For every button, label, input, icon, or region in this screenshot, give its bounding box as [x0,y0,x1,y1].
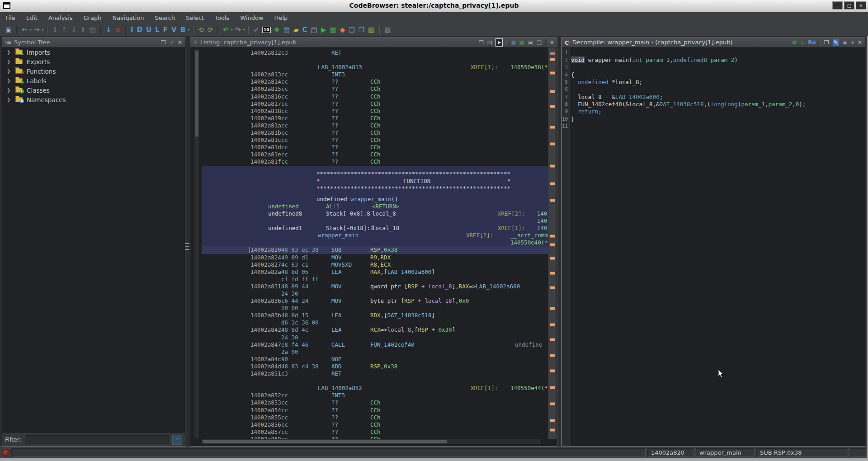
listing-field-bytes[interactable]: cc [281,85,288,93]
memory-map-icon[interactable]: ▦ [88,25,98,35]
open-folder-icon[interactable]: ▰ [292,25,301,35]
listing-row[interactable]: 14002a812c3RET [202,49,548,56]
memory-out-alt-icon[interactable]: ⇑ [78,25,88,35]
listing-field-addr[interactable]: 14002a854 [250,407,281,414]
listing-field-addr[interactable]: 14002a836 [250,297,281,305]
listing-row[interactable]: 14002a82449 89 d1MOVR9,RDX [202,254,548,261]
window-a-icon[interactable]: ❏ [347,25,356,35]
datatype-U-icon[interactable]: U [144,25,153,35]
listing-field-mnem[interactable]: LEA [331,312,342,319]
listing-field-mnem[interactable]: ?? [331,122,338,129]
listing-row[interactable]: undefined wrapper_main() [202,196,548,203]
redo-icon[interactable]: ↷ [233,25,243,35]
listing-row[interactable]: 2a 00 [202,348,548,356]
datatype-I-icon[interactable]: I [129,25,135,35]
listing-field-bytes[interactable]: 4c 63 c1 [281,261,308,268]
listing-field-bytes[interactable]: 2a 00 [281,348,298,356]
listing-field-addr[interactable]: 14002a814 [250,78,281,85]
listing-field-mnem[interactable]: MOV [331,283,342,290]
redo-dropdown-icon[interactable]: ▾ [242,25,245,35]
listing-field-bytes[interactable]: cc [281,392,288,399]
listing-field-mnem[interactable]: ?? [331,129,338,136]
listing-row[interactable]: d6 1c 36 00 [202,319,548,326]
validate-icon[interactable]: ✔ [251,25,261,35]
listing-field-addr[interactable]: 14002a816 [250,93,281,100]
listing-field-bytes[interactable]: 48 83 ec 38 [281,246,319,254]
overview-marker[interactable] [550,338,555,341]
listing-field-addr[interactable]: 14002a827 [250,261,281,268]
listing-row[interactable]: 14002a81fcc??CCh [202,158,548,165]
menu-navigation[interactable]: Navigation [112,14,144,21]
refresh-icon[interactable]: ⟳ [793,39,797,46]
base-ten-icon[interactable]: 10 [262,27,271,33]
code-line[interactable] [571,123,865,130]
listing-field-f2[interactable]: AL:1 [326,203,340,210]
overview-marker[interactable] [550,419,555,422]
listing-field-ops[interactable]: CCh [370,115,381,122]
code-line[interactable] [571,49,865,56]
listing-row[interactable]: 14002a84c90NOP [202,356,548,363]
listing-field-mnem[interactable]: MOV [331,297,342,305]
edit-fields-icon[interactable]: ▥ [510,39,515,46]
listing-field-bytes[interactable]: cc [281,78,288,85]
listing-field-ops[interactable]: qword ptr [RSP + local_8],RAX=>LAB_14002… [370,283,520,290]
expand-chevron-icon[interactable]: ❯ [7,78,11,83]
memory-chip-icon[interactable]: ▤ [309,25,319,35]
listing-field-xv[interactable]: 140550e40(* [510,239,548,246]
listing-row[interactable]: 24 30 [202,334,548,341]
listing-field-addr[interactable]: 14002a842 [250,326,281,334]
listing-field-mnem[interactable]: ?? [331,158,338,165]
listing-row[interactable]: 140550e40(* [202,239,548,246]
listing-row[interactable]: LAB_14002a852XREF[1]:140550e44(* [202,385,548,392]
listing-field-mnem[interactable]: INT3 [331,71,345,78]
listing-field-ops[interactable]: CCh [370,122,381,129]
listing-row[interactable]: 14002a83148 89 44MOVqword ptr [RSP + loc… [202,283,548,290]
listing-field-mnem[interactable]: NOP [331,356,342,363]
listing-field-addr[interactable]: 14002a852 [250,392,281,399]
paste-icon[interactable]: ▤ [487,39,492,46]
export-icon[interactable]: ▣ [843,39,848,46]
listing-field-mnem[interactable]: ?? [331,428,338,436]
listing-field-f1[interactable]: undefined1 [268,225,302,232]
listing-field-bytes[interactable]: 90 [281,356,288,363]
listing-row[interactable]: 14002a817cc??CCh [202,100,548,108]
memory-in-icon[interactable]: ⇓ [50,25,60,35]
goto-icon[interactable]: ↓ [104,25,113,35]
menu-edit[interactable]: Edit [26,14,38,21]
sidebar-item-imports[interactable]: ❯▲Imports [2,47,185,57]
listing-field-ast[interactable]: undefined wrapper_main() [316,196,398,203]
listing-field-xl[interactable]: XREF[1]: [471,385,498,392]
listing-field-ops[interactable]: RDX,[DAT_14038c518] [370,312,435,319]
sidebar-item-labels[interactable]: ❯●Labels [2,76,185,85]
listing-field-gray[interactable]: undefine [515,341,542,348]
properties-dropdown-icon[interactable]: ▾ [851,39,854,46]
overview-marker[interactable] [550,272,555,275]
listing-field-bytes[interactable]: d6 1c 36 00 [281,319,319,326]
listing-field-ops[interactable]: RSP,0x38 [370,363,397,370]
listing-row[interactable]: 14002a853cc??CCh [202,399,548,406]
overview-marker[interactable] [550,257,555,260]
datatype-L-icon[interactable]: L [153,25,161,35]
listing-field-bytes[interactable]: 24 30 [281,334,298,341]
listing-field-mnem[interactable]: ?? [331,151,338,158]
overview-marker[interactable] [550,90,555,93]
overview-marker[interactable] [550,105,555,108]
listing-row[interactable]: 14002a847e8 f4 46CALLFUN_1402cef40undefi… [202,341,548,348]
listing-field-ops[interactable]: CCh [370,399,381,406]
listing-row[interactable]: 14002a851c3RET [202,370,548,377]
listing-field-label[interactable]: LAB_14002a852 [318,385,362,392]
listing-field-addr[interactable]: 14002a820 [250,246,281,254]
listing-row[interactable]: 20 00 [202,305,548,312]
filter-input[interactable] [25,435,169,444]
code-line[interactable]: undefined *local_8; [571,79,865,86]
listing-field-xv2[interactable]: 140 [537,210,547,217]
listing-field-mnem[interactable]: RET [331,370,342,377]
overview-marker[interactable] [550,235,555,238]
listing-row[interactable] [202,56,548,64]
listing-field-ops[interactable]: CCh [370,78,381,85]
listing-field-mnem[interactable]: LEA [331,268,342,276]
listing-field-bytes[interactable]: cc [281,151,288,158]
listing-field-bytes[interactable]: cc [281,144,288,151]
listing-field-xl2[interactable]: XREF[2]: [498,210,525,217]
listing-row[interactable]: 14002a856cc??CCh [202,421,548,428]
